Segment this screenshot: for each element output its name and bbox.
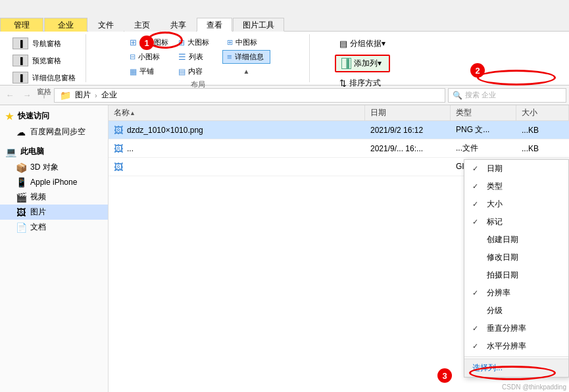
nav-forward-btn[interactable]: → (20, 88, 34, 103)
video-icon: 🎬 (16, 192, 26, 203)
file-row[interactable]: 🖼 dzdz_1010×1010.png 2021/9/2 16:12 PNG … (109, 121, 569, 139)
dropdown-item-rating[interactable]: 分级 (464, 302, 568, 320)
dropdown-item-type[interactable]: 类型 (464, 178, 568, 195)
col-header-size[interactable]: 大小 (516, 105, 569, 120)
documents-icon: 📄 (16, 222, 26, 233)
dropdown-item-created[interactable]: 创建日期 (464, 231, 568, 249)
dropdown-item-vertical-res[interactable]: 垂直分辨率 (464, 320, 568, 337)
view-list[interactable]: ☰ 列表 (174, 50, 222, 64)
address-path[interactable]: 📁 图片 › 企业 (54, 88, 445, 103)
dropdown-item-date[interactable]: 日期 (464, 160, 568, 178)
view-small[interactable]: ⊟ 小图标 (125, 50, 173, 64)
pictures-icon: 🖼 (16, 207, 26, 218)
tab-enterprise[interactable]: 企业 (44, 18, 87, 32)
view-details[interactable]: ≡ 详细信息 (222, 50, 270, 64)
dropdown-item-resolution[interactable]: 分辨率 (464, 284, 568, 302)
path-enterprise: 企业 (101, 89, 117, 101)
dropdown-item-modified[interactable]: 修改日期 (464, 249, 568, 266)
ribbon-section-current-view: ▤ 分组依据▾ ▐ 添加列▾ ⇅ 排序方式 当前视图 (310, 34, 415, 82)
view-large[interactable]: ⊞ 大图标 (174, 36, 222, 49)
nav-pane-btn[interactable]: ▐ 导航窗格 (8, 36, 66, 51)
sidebar-documents[interactable]: 📄 文档 (0, 220, 108, 235)
baidu-icon: ☁ (16, 127, 26, 137)
tab-share[interactable]: 共享 (161, 18, 196, 32)
details-pane-btn[interactable]: ▐ 详细信息窗格 (8, 70, 80, 86)
file-size: ...KB (516, 126, 569, 135)
dropdown-divider (464, 356, 568, 357)
file-date: 2021/9/... 16:... (365, 144, 451, 153)
file-type: PNG 文... (451, 124, 516, 135)
sidebar-apple-iphone[interactable]: 📱 Apple iPhone (0, 175, 108, 189)
ribbon-section-panes: ▐ 导航窗格 ▐ 预览窗格 ▐ 详细信息窗格 窗格 (3, 34, 86, 82)
select-columns-btn[interactable]: 选择列... (464, 359, 568, 377)
search-box[interactable]: 🔍 搜索 企业 (448, 88, 566, 103)
view-extra-large[interactable]: ⊞ 超大图标 (125, 36, 173, 49)
file-size: ...KB (516, 144, 569, 153)
sidebar-3d-objects[interactable]: 📦 3D 对象 (0, 160, 108, 175)
file-name: 🖼 (109, 162, 365, 172)
file-date: 2021/9/2 16:12 (365, 126, 451, 135)
dropdown-footer: 选择列... (464, 358, 568, 377)
dropdown-item-shot-date[interactable]: 拍摄日期 (464, 266, 568, 284)
sidebar: ★ 快速访问 ☁ 百度网盘同步空 💻 此电脑 📦 3D 对象 📱 Apple i… (0, 105, 109, 392)
ribbon-section-layout: ⊞ 超大图标 ⊞ 大图标 ⊞ 中图标 ⊟ 小图标 ☰ 列表 (86, 34, 310, 82)
file-list-header: 名称 ▲ 日期 类型 大小 (109, 105, 569, 121)
view-medium[interactable]: ⊞ 中图标 (222, 36, 270, 49)
sidebar-this-pc[interactable]: 💻 此电脑 (0, 143, 108, 160)
nav-up-btn[interactable]: ↑ (37, 88, 51, 103)
watermark: CSDN @thinkpadding (502, 383, 566, 391)
sidebar-group-quick-access[interactable]: ★ 快速访问 (0, 108, 108, 124)
add-column-btn[interactable]: ▐ 添加列▾ (335, 55, 390, 72)
address-bar: ← → ↑ 📁 图片 › 企业 🔍 搜索 企业 (0, 86, 569, 105)
view-content[interactable]: ▤ 内容 (174, 64, 222, 78)
sidebar-pictures[interactable]: 🖼 图片 (0, 205, 108, 220)
preview-pane-btn[interactable]: ▐ 预览窗格 (8, 53, 66, 68)
file-name: 🖼 dzdz_1010×1010.png (109, 125, 365, 135)
tab-imgtools[interactable]: 图片工具 (233, 18, 284, 32)
ribbon-tabs: 管理 企业 文件 主页 共享 查看 图片工具 (0, 14, 569, 32)
tab-view[interactable]: 查看 (197, 18, 232, 32)
view-tiles[interactable]: ▦ 平铺 (125, 64, 173, 78)
tab-home[interactable]: 主页 (124, 18, 160, 32)
col-header-name[interactable]: 名称 ▲ (109, 105, 365, 120)
tab-manage[interactable]: 管理 (0, 18, 43, 32)
dropdown-item-horizontal-res[interactable]: 水平分辨率 (464, 337, 568, 355)
main-area: ★ 快速访问 ☁ 百度网盘同步空 💻 此电脑 📦 3D 对象 📱 Apple i… (0, 105, 569, 392)
iphone-icon: 📱 (16, 177, 26, 187)
path-pictures: 图片 (75, 89, 91, 101)
title-bar (0, 0, 569, 14)
nav-back-btn[interactable]: ← (3, 88, 17, 103)
col-header-date[interactable]: 日期 (365, 105, 451, 120)
sidebar-baidu[interactable]: ☁ 百度网盘同步空 (0, 124, 108, 139)
dropdown-item-tag[interactable]: 标记 (464, 213, 568, 231)
3d-icon: 📦 (16, 162, 26, 173)
tab-file[interactable]: 文件 (88, 18, 124, 32)
dropdown-item-size[interactable]: 大小 (464, 195, 568, 213)
sidebar-videos[interactable]: 🎬 视频 (0, 189, 108, 205)
file-row[interactable]: 🖼 ... 2021/9/... 16:... ...文件 ...KB (109, 139, 569, 158)
file-name: 🖼 ... (109, 143, 365, 154)
add-column-dropdown: 日期 类型 大小 标记 创建日期 修改日期 拍摄日期 分辨率 分级 垂直分辨率 (464, 159, 569, 378)
file-type: ...文件 (451, 143, 516, 154)
group-by-btn[interactable]: ▤ 分组依据▾ (335, 36, 390, 52)
ribbon-content: ▐ 导航窗格 ▐ 预览窗格 ▐ 详细信息窗格 窗格 ⊞ 超大图标 (0, 32, 569, 86)
col-header-type[interactable]: 类型 (451, 105, 516, 120)
